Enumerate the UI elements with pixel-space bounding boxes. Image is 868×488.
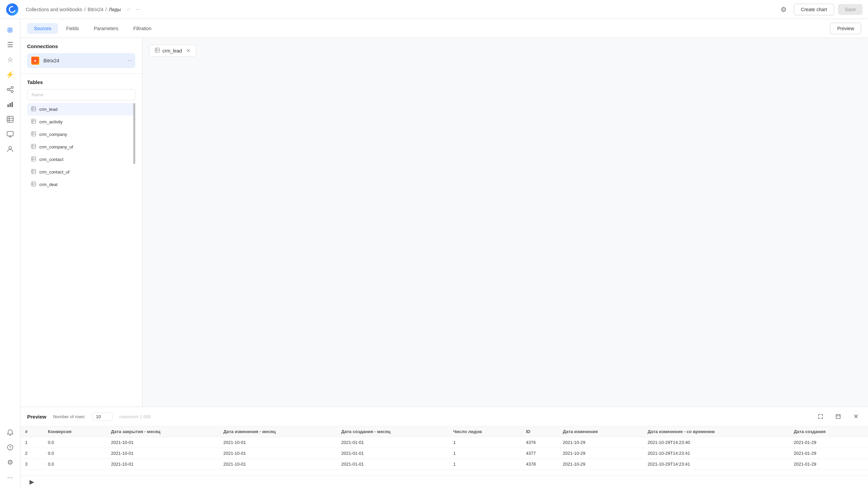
- table-item-crm-company-uf[interactable]: crm_company_uf: [27, 141, 135, 153]
- tables-section: Tables crm_lead crm_activity: [20, 77, 142, 407]
- row-cell: 2021-10-01: [219, 448, 337, 459]
- col-header-date-changed-time: Дата изменения - со временем: [643, 426, 789, 437]
- breadcrumb-current: Лиды: [109, 7, 121, 12]
- app-logo: [5, 3, 19, 16]
- table-item-crm-contact-uf[interactable]: crm_contact_uf: [27, 166, 135, 178]
- sidebar-icon-settings[interactable]: ⚙: [3, 455, 17, 469]
- tab-filtration[interactable]: Filtration: [126, 23, 158, 34]
- col-header-id: ID: [521, 426, 558, 437]
- breadcrumb-sep2: /: [105, 7, 107, 12]
- sidebar-icon-connections[interactable]: [3, 83, 17, 96]
- sidebar-icon-more[interactable]: ···: [3, 470, 17, 484]
- sidebar-icon-bell[interactable]: [3, 426, 17, 439]
- tables-scrollbar-thumb: [133, 103, 135, 164]
- tab-fields[interactable]: Fields: [59, 23, 85, 34]
- svg-text:?: ?: [9, 445, 11, 450]
- sidebar-icon-grid[interactable]: ⊞: [3, 23, 17, 37]
- sidebar-icon-star[interactable]: ☆: [3, 53, 17, 66]
- col-header-konversiya: Конверсия: [43, 426, 106, 437]
- sidebar-icon-person[interactable]: [3, 142, 17, 156]
- tables-search-input[interactable]: [27, 89, 135, 100]
- table-grid-icon: [31, 144, 36, 150]
- row-cell: 2021-10-01: [219, 437, 337, 448]
- sidebar-icon-table[interactable]: [3, 113, 17, 126]
- save-button[interactable]: Save: [838, 4, 863, 15]
- svg-rect-5: [7, 104, 9, 107]
- svg-rect-20: [32, 107, 36, 111]
- row-cell: 2021-10-29T14:23:41: [643, 459, 789, 470]
- table-grid-icon: [31, 131, 36, 137]
- breadcrumb-part1[interactable]: Collections and workbooks: [26, 7, 82, 12]
- breadcrumb-part2[interactable]: Bitrix24: [87, 7, 103, 12]
- sidebar-icon-help[interactable]: ?: [3, 441, 17, 454]
- chip-close-button[interactable]: ✕: [186, 48, 191, 54]
- col-header-date-close: Дата закрытия - месяц: [106, 426, 218, 437]
- col-header-date-changed: Дата изменения: [558, 426, 643, 437]
- connection-more-icon[interactable]: ···: [127, 58, 132, 64]
- connection-item-bitrix24[interactable]: B Bitrix24 ···: [27, 53, 135, 68]
- table-row: 20.02021-10-012021-10-012021-01-01143772…: [20, 448, 868, 459]
- svg-point-1: [11, 86, 13, 88]
- tabbar: Sources Fields Parameters Filtration Pre…: [20, 19, 868, 38]
- row-cell: 2021-10-01: [219, 459, 337, 470]
- canvas-table-chip[interactable]: crm_lead ✕: [149, 45, 196, 57]
- tab-sources[interactable]: Sources: [27, 23, 58, 34]
- table-item-crm-contact[interactable]: crm_contact: [27, 153, 135, 166]
- row-cell: 2021-10-01: [106, 448, 218, 459]
- svg-rect-28: [32, 132, 36, 136]
- play-button[interactable]: ▶: [27, 477, 37, 487]
- settings-button[interactable]: ⚙: [777, 3, 790, 16]
- preview-panel: Preview Number of rows: maximum 1 000 ✕ …: [20, 407, 868, 488]
- more-options-icon[interactable]: ···: [136, 6, 140, 13]
- row-cell: 2021-01-01: [336, 459, 448, 470]
- row-cell: 0.0: [43, 448, 106, 459]
- row-cell: 2021-01-29: [789, 437, 868, 448]
- svg-rect-32: [32, 144, 36, 149]
- table-name-crm-contact-uf: crm_contact_uf: [39, 169, 70, 175]
- tables-scrollbar: [133, 103, 135, 404]
- preview-title: Preview: [27, 414, 46, 420]
- tables-list: crm_lead crm_activity crm_company: [27, 103, 135, 404]
- favorite-icon[interactable]: ☆: [126, 6, 131, 13]
- preview-close-btn[interactable]: ✕: [850, 411, 861, 422]
- col-header-date-created: Дата создания: [789, 426, 868, 437]
- preview-table: # Конверсия Дата закрытия - месяц Дата и…: [20, 426, 868, 470]
- table-item-crm-activity[interactable]: crm_activity: [27, 116, 135, 128]
- table-row: 30.02021-10-012021-10-012021-01-01143782…: [20, 459, 868, 470]
- sidebar-icon-bolt[interactable]: ⚡: [3, 68, 17, 81]
- row-cell: 0.0: [43, 437, 106, 448]
- svg-rect-24: [32, 119, 36, 124]
- row-cell: 2021-10-29: [558, 437, 643, 448]
- connections-title: Connections: [27, 43, 135, 49]
- bitrix24-logo: B: [31, 56, 40, 65]
- tab-parameters[interactable]: Parameters: [87, 23, 125, 34]
- rows-input[interactable]: [92, 412, 113, 421]
- table-item-crm-deal[interactable]: crm_deal: [27, 178, 135, 191]
- svg-rect-40: [32, 169, 36, 174]
- svg-rect-6: [9, 103, 11, 107]
- row-cell: 2021-10-29T14:23:40: [643, 437, 789, 448]
- row-cell: 2021-01-01: [336, 448, 448, 459]
- create-chart-button[interactable]: Create chart: [794, 4, 834, 15]
- col-header-date-change: Дата изменения - месяц: [219, 426, 337, 437]
- table-item-crm-company[interactable]: crm_company: [27, 128, 135, 141]
- sidebar-icon-bar-chart[interactable]: [3, 98, 17, 111]
- row-cell: 2021-10-29T14:23:41: [643, 448, 789, 459]
- sidebar-icon-layers[interactable]: ☰: [3, 38, 17, 52]
- preview-collapse-btn[interactable]: [833, 411, 844, 422]
- table-name-crm-activity: crm_activity: [39, 119, 63, 124]
- svg-rect-7: [12, 102, 13, 107]
- table-grid-icon: [31, 169, 36, 175]
- table-item-crm-lead[interactable]: crm_lead: [27, 103, 135, 116]
- bitrix24-logo-badge: B: [31, 57, 39, 65]
- left-sidebar: ⊞ ☰ ☆ ⚡ ? ⚙ ···: [0, 19, 20, 488]
- row-cell: 2021-01-29: [789, 448, 868, 459]
- svg-point-15: [9, 146, 12, 149]
- preview-expand-btn[interactable]: [815, 411, 826, 422]
- row-cell: 2021-10-29: [558, 448, 643, 459]
- sidebar-icon-monitor[interactable]: [3, 127, 17, 141]
- table-row: 10.02021-10-012021-10-012021-01-01143762…: [20, 437, 868, 448]
- rows-label: Number of rows:: [53, 414, 85, 419]
- table-header-row: # Конверсия Дата закрытия - месяц Дата и…: [20, 426, 868, 437]
- preview-button[interactable]: Preview: [830, 23, 861, 34]
